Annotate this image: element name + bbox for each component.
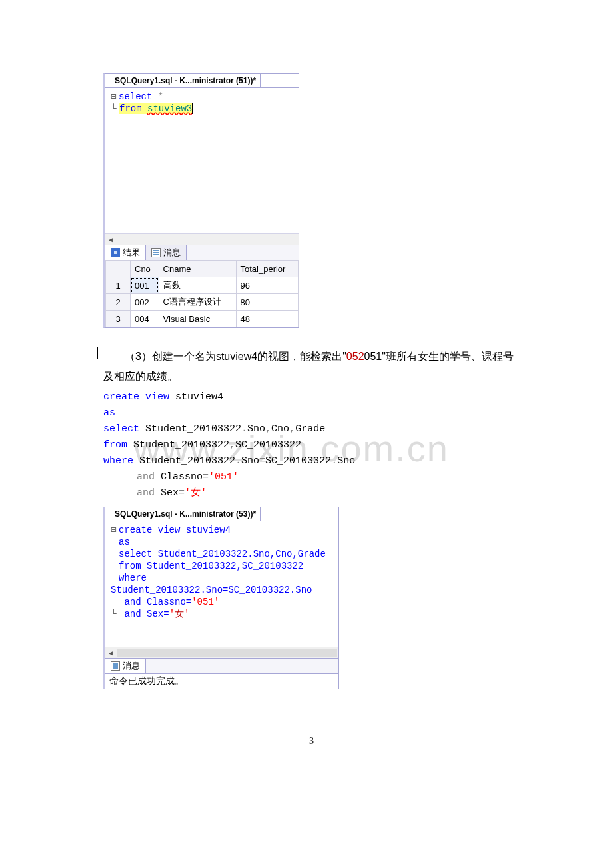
keyword: and [137,487,155,499]
message-icon [151,248,161,257]
keyword: create [103,391,139,403]
message-icon [111,661,120,671]
identifier: Student_20103322 [133,455,235,467]
collapse-icon[interactable]: ⊟ [111,524,119,536]
tab-label: 消息 [123,660,140,672]
header-row: Cno Cname Total_perior [106,261,299,277]
string-literal-cn: 女 [175,609,184,619]
keyword: select [119,91,152,102]
strikethrough-text: 052 [346,351,364,362]
tab-label: 结果 [123,247,140,259]
th-cno: Cno [131,261,159,277]
cell-rownum: 3 [106,311,131,327]
identifier: Grade [295,423,325,435]
keyword: as [103,407,115,419]
table-row[interactable]: 1 001 高数 96 [106,277,299,294]
cell-rownum: 1 [106,277,131,294]
comma: , [265,423,271,435]
grid-icon [111,248,120,257]
cell[interactable]: 004 [131,311,159,327]
cell[interactable]: 002 [131,294,159,311]
code-editor[interactable]: ⊟select * └from stuview3 [105,88,299,233]
code-line: and Sex= [119,609,169,619]
identifier: Student_20103322 [139,423,241,435]
message-output: 命令已成功完成。 [105,673,338,689]
table-row[interactable]: 2 002 C语言程序设计 80 [106,294,299,311]
collapse-icon[interactable]: ⊟ [111,91,119,103]
cell[interactable]: C语言程序设计 [159,294,236,311]
scroll-left-icon[interactable]: ◄ [105,647,116,658]
cell-rownum: 2 [106,294,131,311]
keyword: view [139,391,169,403]
text-cursor [97,347,98,359]
identifier: stuview4 [169,391,223,403]
tab-row: SQLQuery1.sql - K...ministrator (51))* [105,74,299,88]
cell[interactable]: 48 [236,311,299,327]
string-literal: '051' [191,597,219,607]
horizontal-scrollbar[interactable]: ◄ [105,647,338,658]
identifier: Classno [155,471,203,483]
code-line: as [119,537,130,547]
dot: . [331,455,337,467]
eq: = [259,455,265,467]
identifier: Sex [155,487,179,499]
cell[interactable]: 96 [236,277,299,294]
tab-messages[interactable]: 消息 [146,245,187,260]
keyword: where [103,455,133,467]
eq: = [203,471,209,483]
code-line: and Classno= [119,597,191,607]
dot: . [241,423,247,435]
scroll-left-icon[interactable]: ◄ [105,234,116,245]
keyword: from [103,439,127,451]
results-tabs: 消息 [105,658,338,673]
horizontal-scrollbar[interactable]: ◄ [105,233,299,245]
keyword: select [103,423,139,435]
text: （3）创建一个名为stuview4的视图，能检索出" [125,351,346,362]
th-total: Total_perior [236,261,299,277]
page-number: 3 [103,736,520,747]
sql-window-1: SQLQuery1.sql - K...ministrator (51))* ⊟… [103,73,299,328]
cell[interactable]: Visual Basic [159,311,236,327]
code-editor[interactable]: ⊟create view stuview4 as select Student_… [105,521,338,647]
keyword: and [137,471,155,483]
identifier: SC_20103322 [265,455,331,467]
underline-text: 051 [364,351,382,362]
identifier: Sno [247,423,265,435]
th-cname: Cname [159,261,236,277]
end-marker-icon: └ [111,103,119,115]
th-rownum [106,261,131,277]
keyword: from [119,103,147,114]
comma: , [229,439,235,451]
comma: , [289,423,295,435]
star-token: * [152,91,163,102]
paragraph: （3）创建一个名为stuview4的视图，能检索出"052051"班所有女生的学… [103,347,520,387]
string-literal: ' [184,609,189,619]
code-line: where Student_20103322.Sno=SC_20103322.S… [111,573,312,595]
identifier: stuview3 [147,103,193,114]
tab-results[interactable]: 结果 [105,245,146,260]
file-tab[interactable]: SQLQuery1.sql - K...ministrator (53))* [105,507,261,521]
identifier: Sno [241,455,259,467]
identifier: Sno [337,455,355,467]
results-tabs: 结果 消息 [105,245,299,260]
sql-code-block: create view stuview4 as select Student_2… [103,389,520,501]
tab-messages[interactable]: 消息 [105,659,146,673]
results-table: Cno Cname Total_perior 1 001 高数 96 2 002… [105,260,299,327]
code-line: create view stuview4 [119,525,231,535]
cell[interactable]: 高数 [159,277,236,294]
tab-label: 消息 [163,247,181,259]
file-tab[interactable]: SQLQuery1.sql - K...ministrator (51))* [105,74,261,87]
table-row[interactable]: 3 004 Visual Basic 48 [106,311,299,327]
sql-window-2: SQLQuery1.sql - K...ministrator (53))* ⊟… [103,507,339,689]
eq: = [179,487,185,499]
string-literal: ' [169,609,175,619]
code-line: from Student_20103322,SC_20103322 [119,561,303,571]
cell[interactable]: 001 [131,277,159,294]
tab-row: SQLQuery1.sql - K...ministrator (53))* [105,507,338,521]
identifier: Student_20103322 [127,439,229,451]
dot: . [235,455,241,467]
string-literal: '女' [185,487,207,499]
cell[interactable]: 80 [236,294,299,311]
identifier: Cno [271,423,289,435]
string-literal: '051' [209,471,239,483]
